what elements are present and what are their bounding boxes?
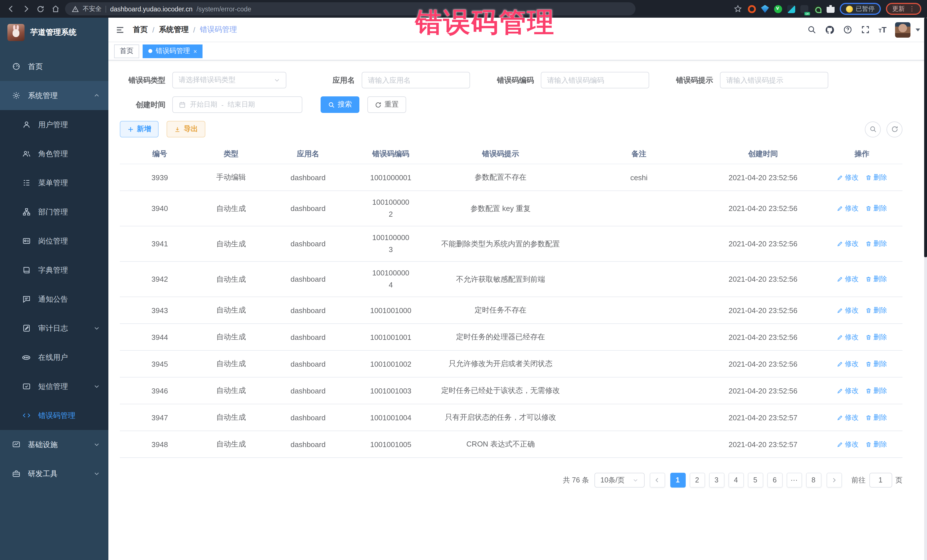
search-button[interactable]: 搜索: [321, 96, 359, 113]
update-button[interactable]: 更新 ⋮: [886, 3, 921, 15]
edit-button[interactable]: 修改: [837, 274, 859, 284]
page-button[interactable]: 3: [709, 473, 724, 487]
delete-button[interactable]: 删除: [865, 274, 887, 284]
edit-button[interactable]: 修改: [837, 173, 859, 182]
extension-icon[interactable]: [761, 5, 769, 13]
sidebar-item-departments[interactable]: 部门管理: [0, 197, 108, 226]
toggle-search-button[interactable]: [865, 121, 881, 137]
forward-icon[interactable]: [21, 4, 31, 14]
close-icon[interactable]: ×: [193, 48, 197, 55]
extensions-puzzle-icon[interactable]: [827, 5, 834, 13]
avatar[interactable]: [895, 22, 910, 37]
edit-button[interactable]: 修改: [837, 413, 859, 422]
extension-icon[interactable]: [774, 5, 782, 13]
breadcrumb-system[interactable]: 系统管理: [159, 24, 188, 35]
error-type-select[interactable]: 请选择错误码类型: [172, 72, 286, 88]
hamburger-icon[interactable]: [115, 25, 125, 35]
search-icon[interactable]: [807, 25, 816, 34]
edit-button[interactable]: 修改: [837, 239, 859, 249]
error-hint-input[interactable]: [726, 76, 822, 84]
sidebar-item-menus[interactable]: 菜单管理: [0, 168, 108, 197]
add-button[interactable]: 新增: [120, 121, 159, 137]
home-icon[interactable]: [50, 4, 61, 14]
table-row[interactable]: 3943自动生成dashboard1001001000定时任务不存在2021-0…: [120, 297, 903, 323]
edit-button[interactable]: 修改: [837, 386, 859, 396]
extension-icon[interactable]: [748, 5, 756, 13]
sidebar-item-infrastructure[interactable]: 基础设施: [0, 430, 108, 459]
sidebar-item-roles[interactable]: 角色管理: [0, 139, 108, 168]
fullscreen-icon[interactable]: [861, 25, 870, 34]
sidebar-item-users[interactable]: 用户管理: [0, 110, 108, 139]
sidebar-item-system[interactable]: 系统管理: [0, 81, 108, 110]
more-pages-button[interactable]: ···: [786, 473, 802, 487]
next-page-button[interactable]: [826, 473, 842, 487]
edit-button[interactable]: 修改: [837, 203, 859, 213]
table-row[interactable]: 3939手动编辑dashboard1001000001参数配置不存在ceshi2…: [120, 164, 903, 191]
table-row[interactable]: 3940自动生成dashboard1001000002参数配置 key 重复20…: [120, 191, 903, 226]
extension-icon[interactable]: [813, 5, 821, 13]
github-icon[interactable]: [825, 25, 834, 35]
page-button[interactable]: 1: [670, 473, 685, 487]
font-size-icon[interactable]: TT: [878, 25, 886, 34]
sidebar-item-sms[interactable]: 短信管理: [0, 372, 108, 401]
table-row[interactable]: 3944自动生成dashboard1001001001定时任务的处理器已经存在2…: [120, 323, 903, 351]
page-size-select[interactable]: 10条/页: [594, 473, 644, 487]
delete-button[interactable]: 删除: [865, 305, 887, 315]
date-range-picker[interactable]: 开始日期 - 结束日期: [172, 96, 302, 113]
sidebar-item-notices[interactable]: 通知公告: [0, 285, 108, 314]
reset-button[interactable]: 重置: [368, 96, 406, 113]
page-scrollbar[interactable]: [924, 18, 927, 560]
edit-button[interactable]: 修改: [837, 305, 859, 315]
table-row[interactable]: 3945自动生成dashboard1001001002只允许修改为开启或者关闭状…: [120, 351, 903, 377]
edit-button[interactable]: 修改: [837, 439, 859, 449]
extension-icon[interactable]: [787, 5, 795, 13]
goto-page-input[interactable]: [869, 473, 892, 487]
refresh-table-button[interactable]: [886, 121, 903, 137]
extension-icon[interactable]: [800, 5, 808, 13]
kebab-menu-icon[interactable]: ⋮: [909, 5, 915, 12]
page-button[interactable]: 2: [689, 473, 705, 487]
edit-button[interactable]: 修改: [837, 359, 859, 369]
breadcrumb-home[interactable]: 首页: [133, 24, 148, 35]
sidebar-item-dictionary[interactable]: 字典管理: [0, 255, 108, 285]
help-icon[interactable]: [843, 25, 852, 34]
paused-badge[interactable]: 已暂停: [840, 3, 881, 15]
table-row[interactable]: 3941自动生成dashboard1001000003不能删除类型为系统内置的参…: [120, 226, 903, 261]
reload-icon[interactable]: [35, 4, 46, 14]
app-name-input[interactable]: [368, 76, 464, 84]
prev-page-button[interactable]: [649, 473, 665, 487]
sidebar-item-audit-log[interactable]: 审计日志: [0, 314, 108, 343]
error-code-input[interactable]: [547, 76, 643, 84]
url-bar[interactable]: 不安全 dashboard.yudao.iocoder.cn/system/er…: [65, 2, 635, 15]
table-row[interactable]: 3948自动生成dashboard1001001005CRON 表达式不正确20…: [120, 431, 903, 458]
page-button[interactable]: 6: [767, 473, 783, 487]
delete-button[interactable]: 删除: [865, 332, 887, 342]
bookmark-star-icon[interactable]: [732, 4, 743, 14]
delete-button[interactable]: 删除: [865, 386, 887, 396]
sidebar-item-dev-tools[interactable]: 研发工具: [0, 459, 108, 488]
table-row[interactable]: 3942自动生成dashboard1001000004不允许获取敏感配置到前端2…: [120, 261, 903, 297]
edit-button[interactable]: 修改: [837, 332, 859, 342]
tab-error-code[interactable]: 错误码管理 ×: [143, 44, 203, 58]
page-button[interactable]: 5: [748, 473, 763, 487]
table-row[interactable]: 3946自动生成dashboard1001001003定时任务已经处于该状态，无…: [120, 377, 903, 404]
page-button[interactable]: 4: [728, 473, 744, 487]
table-row[interactable]: 3947自动生成dashboard1001001004只有开启状态的任务，才可以…: [120, 404, 903, 431]
delete-button[interactable]: 删除: [865, 359, 887, 369]
scrollbar-thumb[interactable]: [924, 18, 927, 257]
sidebar-item-online-users[interactable]: 在线用户: [0, 343, 108, 372]
delete-button[interactable]: 删除: [865, 239, 887, 249]
app-logo-row[interactable]: 芋道管理系统: [0, 18, 108, 47]
sidebar-item-posts[interactable]: 岗位管理: [0, 226, 108, 255]
tab-home[interactable]: 首页: [114, 44, 139, 58]
sidebar-item-error-code[interactable]: 错误码管理: [0, 401, 108, 430]
back-icon[interactable]: [6, 4, 16, 14]
delete-button[interactable]: 删除: [865, 173, 887, 182]
page-button[interactable]: 8: [806, 473, 821, 487]
avatar-caret-icon[interactable]: [916, 28, 920, 31]
delete-button[interactable]: 删除: [865, 439, 887, 449]
export-button[interactable]: 导出: [167, 121, 205, 137]
delete-button[interactable]: 删除: [865, 203, 887, 213]
delete-button[interactable]: 删除: [865, 413, 887, 422]
sidebar-item-home[interactable]: 首页: [0, 52, 108, 81]
